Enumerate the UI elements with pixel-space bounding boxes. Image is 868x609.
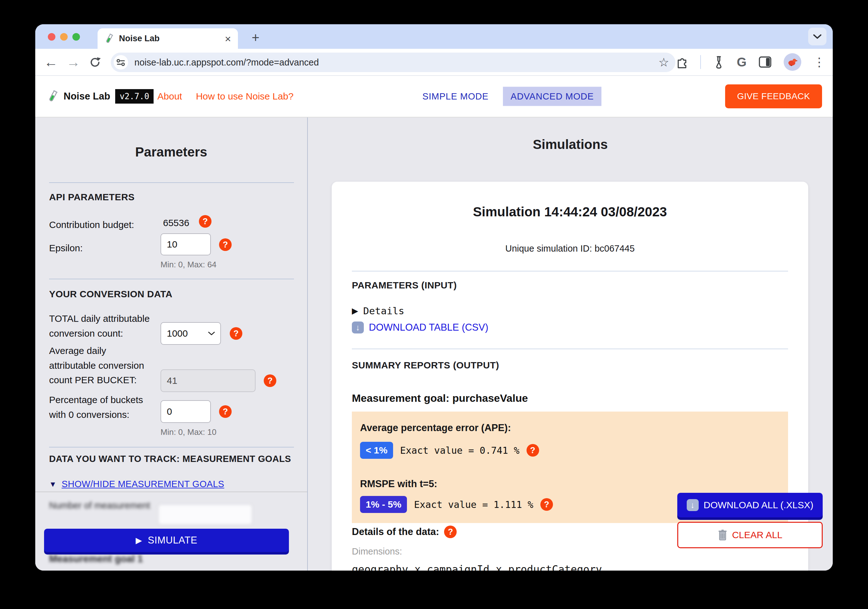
rmspe-label: RMSPE with t=5: [360, 478, 437, 489]
help-icon[interactable]: ? [230, 327, 242, 340]
divider [49, 279, 294, 279]
help-icon[interactable]: ? [527, 444, 539, 457]
site-settings-icon[interactable] [114, 55, 128, 70]
download-all-button[interactable]: ↓ DOWNLOAD ALL (.XLSX) [677, 493, 823, 517]
back-icon[interactable]: ← [44, 54, 58, 70]
bookmark-star-icon[interactable]: ☆ [659, 56, 669, 69]
reload-icon[interactable] [88, 56, 102, 69]
epsilon-input[interactable] [161, 233, 211, 255]
download-csv-link[interactable]: ↓ DOWNLOAD TABLE (CSV) [352, 322, 488, 334]
blurred-goal-title: Measurement goal 1 [49, 553, 143, 565]
details-label: Details [363, 305, 405, 317]
simulate-button[interactable]: ▶ SIMULATE [44, 529, 289, 552]
flask-icon[interactable] [713, 56, 725, 68]
zero-buckets-label: Percentage of buckets with 0 conversions… [49, 393, 156, 422]
app-brand: Noise Lab v2.7.0 [47, 89, 153, 104]
url-text[interactable]: noise-lab.uc.r.appspot.com/?mode=advance… [134, 57, 659, 68]
measurement-goal-title: Measurement goal: purchaseValue [352, 392, 528, 404]
bird-icon [787, 57, 798, 67]
version-badge: v2.7.0 [115, 89, 153, 104]
browser-tab[interactable]: Noise Lab × [98, 28, 238, 49]
google-icon[interactable]: G [737, 55, 747, 69]
download-csv-label: DOWNLOAD TABLE (CSV) [369, 322, 488, 333]
blurred-goal-count-label: Number of measurement [49, 500, 150, 511]
total-conversion-select[interactable]: 1000 [161, 322, 221, 345]
parameters-sidebar: Parameters API PARAMETERS Contribution b… [35, 118, 308, 570]
blurred-goal-count-select [158, 504, 253, 525]
browser-toolbar: ← → noise-lab.uc.r.appspot.com/?mode=adv… [35, 49, 833, 76]
rmspe-badge: 1% - 5% [360, 496, 407, 513]
download-icon: ↓ [687, 499, 699, 511]
api-parameters-heading: API PARAMETERS [49, 192, 135, 202]
test-tube-logo-icon [47, 90, 59, 103]
extensions-icon[interactable] [676, 56, 688, 68]
profile-avatar[interactable] [784, 53, 801, 71]
tab-search-button[interactable] [808, 28, 826, 45]
side-panel-icon[interactable] [758, 56, 772, 68]
app-name: Noise Lab [64, 91, 110, 102]
chevron-down-icon [208, 331, 215, 336]
minimize-window-button[interactable] [60, 33, 68, 40]
triangle-down-icon: ▼ [49, 480, 57, 489]
details-of-data-row: Details of the data: ? [352, 525, 457, 538]
app-header: Noise Lab v2.7.0 About How to use Noise … [35, 76, 833, 118]
measurement-goals-heading: DATA YOU WANT TO TRACK: MEASUREMENT GOAL… [49, 454, 294, 464]
mode-switch: SIMPLE MODE ADVANCED MODE [422, 87, 601, 106]
new-tab-button[interactable]: + [247, 29, 264, 47]
close-window-button[interactable] [48, 33, 56, 40]
download-icon: ↓ [352, 322, 364, 334]
simulate-label: SIMULATE [148, 535, 198, 546]
summary-reports-heading: SUMMARY REPORTS (OUTPUT) [352, 360, 499, 371]
simple-mode-link[interactable]: SIMPLE MODE [422, 91, 488, 102]
help-icon[interactable]: ? [264, 374, 276, 387]
ape-badge: < 1% [360, 442, 393, 459]
forward-icon[interactable]: → [67, 54, 80, 70]
details-of-data-label: Details of the data: [352, 526, 439, 538]
rmspe-row: 1% - 5% Exact value = 1.111 % ? [360, 496, 553, 513]
browser-menu-icon[interactable]: ⋮ [813, 55, 825, 69]
help-icon[interactable]: ? [219, 238, 232, 251]
ape-exact-value: Exact value = 0.741 % [400, 445, 519, 456]
toolbar-separator [700, 55, 701, 69]
total-conversion-value: 1000 [167, 328, 188, 339]
avg-per-bucket-label: Average daily attributable conversion co… [49, 343, 153, 388]
simulations-title: Simulations [308, 137, 833, 152]
give-feedback-button[interactable]: GIVE FEEDBACK [725, 84, 822, 108]
toolbar-actions: G ⋮ [676, 49, 825, 75]
advanced-mode-link[interactable]: ADVANCED MODE [503, 87, 601, 106]
test-tube-favicon [104, 33, 114, 44]
close-tab-icon[interactable]: × [225, 33, 231, 44]
clear-all-button[interactable]: CLEAR ALL [677, 522, 823, 548]
show-hide-goals-toggle[interactable]: ▼ SHOW/HIDE MEASUREMENT GOALS [49, 479, 225, 489]
show-hide-goals-link[interactable]: SHOW/HIDE MEASUREMENT GOALS [62, 479, 225, 489]
contribution-budget-label: Contribution budget: [49, 218, 134, 232]
download-all-label: DOWNLOAD ALL (.XLSX) [704, 500, 814, 510]
url-bar[interactable]: noise-lab.uc.r.appspot.com/?mode=advance… [111, 53, 676, 72]
header-links: About How to use Noise Lab? [157, 91, 294, 102]
window-controls [48, 33, 80, 40]
zero-buckets-input[interactable] [161, 400, 211, 423]
zoom-window-button[interactable] [72, 33, 80, 40]
play-icon: ▶ [136, 536, 142, 545]
content-area: Parameters API PARAMETERS Contribution b… [35, 118, 833, 570]
details-expander[interactable]: ▶ Details [352, 305, 405, 317]
help-icon[interactable]: ? [219, 405, 232, 418]
help-icon[interactable]: ? [444, 525, 457, 538]
total-conversion-label: TOTAL daily attributable conversion coun… [49, 311, 159, 341]
clear-all-label: CLEAR ALL [732, 530, 783, 541]
help-icon[interactable]: ? [199, 215, 211, 228]
chevron-down-icon [812, 34, 822, 39]
divider [49, 447, 294, 447]
conversion-data-heading: YOUR CONVERSION DATA [49, 289, 172, 300]
divider [49, 182, 294, 183]
zero-buckets-hint: Min: 0, Max: 10 [161, 427, 217, 437]
how-to-use-link[interactable]: How to use Noise Lab? [196, 91, 293, 102]
simulation-id: Unique simulation ID: bc067445 [332, 244, 808, 254]
about-link[interactable]: About [157, 91, 182, 102]
help-icon[interactable]: ? [540, 498, 553, 511]
epsilon-hint: Min: 0, Max: 64 [161, 260, 217, 270]
simulations-panel: Simulations Simulation 14:44:24 03/08/20… [308, 118, 833, 570]
rmspe-exact-value: Exact value = 1.111 % [414, 499, 533, 510]
avg-per-bucket-input [161, 369, 256, 392]
divider [352, 271, 788, 272]
